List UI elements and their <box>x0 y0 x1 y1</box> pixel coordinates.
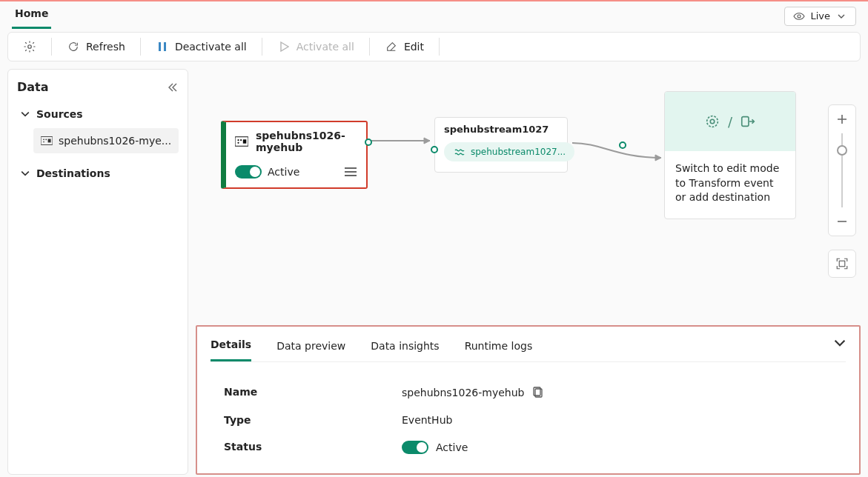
gear-icon <box>23 40 36 53</box>
pause-icon <box>156 40 169 53</box>
detail-name-label: Name <box>224 386 402 399</box>
svg-rect-8 <box>48 139 51 143</box>
chevron-down-icon <box>19 167 32 180</box>
live-label: Live <box>810 10 830 21</box>
activate-all-label: Activate all <box>296 41 354 53</box>
eventhub-icon <box>41 134 53 147</box>
svg-point-14 <box>707 116 718 127</box>
svg-point-12 <box>237 142 239 144</box>
live-mode-dropdown[interactable]: Live <box>784 7 856 26</box>
tab-details[interactable]: Details <box>211 334 251 361</box>
tab-data-preview[interactable]: Data preview <box>276 336 345 361</box>
source-node-title: spehubns1026-myehub <box>256 130 357 153</box>
tab-home[interactable]: Home <box>12 3 51 29</box>
stream-pill[interactable]: spehubstream1027... <box>444 142 574 161</box>
output-port[interactable] <box>619 141 626 149</box>
input-port[interactable] <box>431 146 438 153</box>
detail-status-label: Status <box>224 441 402 454</box>
sources-label: Sources <box>36 108 83 120</box>
fit-to-screen-button[interactable] <box>828 250 856 278</box>
zoom-thumb[interactable] <box>837 145 847 156</box>
refresh-button[interactable]: Refresh <box>59 37 133 56</box>
eventhub-icon <box>235 135 248 148</box>
svg-rect-13 <box>243 139 247 143</box>
forward-icon <box>740 113 756 130</box>
slash: / <box>728 114 732 130</box>
collapse-icon[interactable] <box>165 81 179 94</box>
activate-all-button: Activate all <box>270 37 362 56</box>
deactivate-all-button[interactable]: Deactivate all <box>148 37 254 56</box>
svg-rect-17 <box>839 261 845 267</box>
deactivate-all-label: Deactivate all <box>175 41 247 53</box>
svg-rect-3 <box>164 42 166 51</box>
tab-runtime-logs[interactable]: Runtime logs <box>465 336 533 361</box>
refresh-label: Refresh <box>86 41 125 53</box>
svg-point-11 <box>240 139 242 141</box>
sidebar-item-source[interactable]: spehubns1026-mye... <box>33 128 179 153</box>
source-node[interactable]: spehubns1026-myehub Active <box>221 121 368 189</box>
stream-node-title: spehubstream1027 <box>444 124 558 135</box>
edit-icon <box>385 40 398 53</box>
zoom-out-button[interactable] <box>832 212 852 231</box>
refresh-icon <box>67 40 80 53</box>
divider <box>51 38 52 56</box>
detail-type-label: Type <box>224 414 402 426</box>
destinations-header[interactable]: Destinations <box>17 164 179 183</box>
copy-icon[interactable] <box>531 386 545 399</box>
eye-icon <box>792 10 806 23</box>
svg-rect-16 <box>742 117 749 127</box>
svg-point-6 <box>45 139 47 141</box>
edit-label: Edit <box>404 41 424 53</box>
svg-point-10 <box>237 139 239 141</box>
destination-placeholder[interactable]: / Switch to edit mode to Transform event… <box>664 91 796 219</box>
stream-icon <box>453 145 466 159</box>
output-port[interactable] <box>365 139 372 146</box>
sources-header[interactable]: Sources <box>17 104 179 124</box>
svg-point-15 <box>710 119 715 124</box>
sidebar: Data Sources spehubns1026-mye... <box>7 69 188 475</box>
settings-button[interactable] <box>16 37 44 56</box>
sidebar-title: Data <box>17 80 49 94</box>
placard-text: Switch to edit mode to Transform event o… <box>665 151 795 219</box>
canvas-zone: spehubns1026-myehub Active spehubstream1… <box>196 69 861 475</box>
top-tabbar: Home Live <box>0 0 868 29</box>
zoom-slider[interactable] <box>841 133 843 207</box>
divider <box>369 38 370 56</box>
destinations-label: Destinations <box>36 167 110 179</box>
tab-data-insights[interactable]: Data insights <box>371 336 439 361</box>
chevron-down-icon <box>19 107 32 121</box>
sidebar-item-label: spehubns1026-mye... <box>59 135 171 147</box>
canvas[interactable]: spehubns1026-myehub Active spehubstream1… <box>196 69 861 321</box>
svg-point-5 <box>43 139 44 141</box>
workspace: Data Sources spehubns1026-mye... <box>0 69 868 477</box>
zoom-in-button[interactable] <box>832 110 852 129</box>
svg-point-0 <box>798 15 801 18</box>
connector <box>366 137 437 144</box>
divider <box>439 38 440 56</box>
active-toggle[interactable] <box>235 165 262 179</box>
edit-button[interactable]: Edit <box>377 37 431 56</box>
zoom-control <box>828 104 856 236</box>
svg-point-7 <box>43 141 44 143</box>
svg-point-1 <box>28 45 32 49</box>
command-bar: Refresh Deactivate all Activate all Edit <box>7 32 861 61</box>
detail-status-value: Active <box>436 441 468 453</box>
chevron-down-icon <box>835 10 848 23</box>
collapse-panel-button[interactable] <box>834 337 846 358</box>
svg-rect-2 <box>159 42 161 51</box>
node-menu-icon[interactable] <box>344 165 357 179</box>
play-icon <box>277 40 291 53</box>
source-node-status: Active <box>268 166 299 178</box>
detail-name-value: spehubns1026-myehub <box>402 387 524 398</box>
status-toggle[interactable] <box>402 441 428 454</box>
divider <box>262 38 262 56</box>
stream-node[interactable]: spehubstream1027 spehubstream1027... <box>434 117 568 173</box>
stream-pill-label: spehubstream1027... <box>471 147 566 157</box>
details-panel: Details Data preview Data insights Runti… <box>196 325 861 475</box>
transform-icon <box>704 113 720 130</box>
detail-type-value: EventHub <box>402 414 452 426</box>
divider <box>140 38 141 56</box>
